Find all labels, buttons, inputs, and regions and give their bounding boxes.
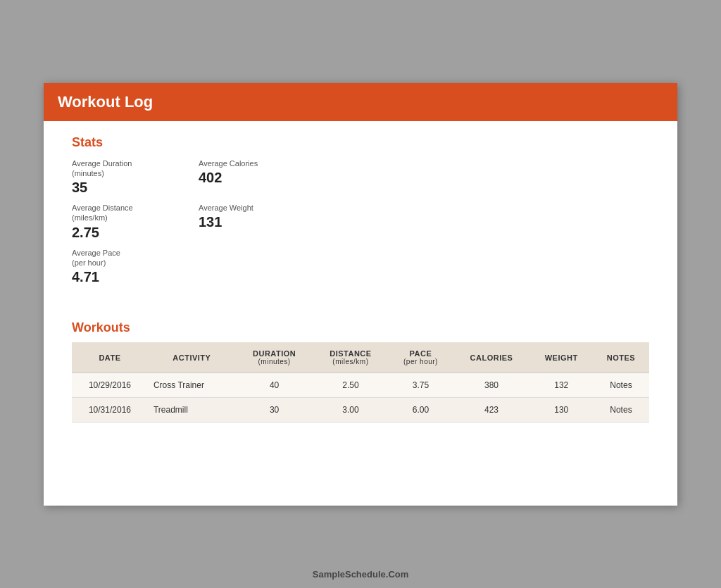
table-row: 10/31/2016Treadmill303.006.00423130Notes [72, 398, 649, 423]
stat-avg-calories-label: Average Calories [199, 158, 283, 168]
col-distance: DISTANCE (miles/km) [313, 342, 388, 373]
stat-avg-calories: Average Calories 402 [199, 158, 283, 196]
stat-avg-distance-label: Average Distance (miles/km) [72, 203, 156, 223]
stats-title: Stats [72, 135, 649, 150]
table-header-row: DATE ACTIVITY DURATION (minutes) DISTANC… [72, 342, 649, 373]
page-title: Workout Log [58, 93, 663, 111]
col-duration: DURATION (minutes) [236, 342, 313, 373]
page-wrapper: Workout Log Stats Average Duration (minu… [44, 83, 677, 506]
col-activity: ACTIVITY [148, 342, 236, 373]
header-bar: Workout Log [44, 83, 677, 121]
col-calories: CALORIES [453, 342, 530, 373]
workouts-table: DATE ACTIVITY DURATION (minutes) DISTANC… [72, 342, 649, 423]
stat-avg-weight-label: Average Weight [199, 203, 283, 213]
page-inner: Stats Average Duration (minutes) 35 Aver… [44, 135, 677, 451]
stat-avg-calories-value: 402 [199, 170, 283, 186]
stats-row-2: Average Distance (miles/km) 2.75 Average… [72, 203, 649, 241]
stat-avg-pace-label: Average Pace (per hour) [72, 248, 156, 268]
stat-avg-weight-value: 131 [199, 214, 283, 230]
stat-avg-duration-label: Average Duration (minutes) [72, 158, 156, 179]
stat-avg-distance: Average Distance (miles/km) 2.75 [72, 203, 156, 241]
col-date: DATE [72, 342, 148, 373]
workouts-section: Workouts DATE ACTIVITY DURATION (minutes… [72, 320, 649, 423]
col-notes: NOTES [593, 342, 649, 373]
col-weight: WEIGHT [530, 342, 593, 373]
stats-row-3: Average Pace (per hour) 4.71 [72, 248, 649, 286]
table-row: 10/29/2016Cross Trainer402.503.75380132N… [72, 373, 649, 398]
stat-avg-pace-value: 4.71 [72, 269, 156, 285]
stat-avg-duration-value: 35 [72, 180, 156, 196]
stat-avg-duration: Average Duration (minutes) 35 [72, 158, 156, 196]
col-pace: PACE (per hour) [388, 342, 453, 373]
stats-row-1: Average Duration (minutes) 35 Average Ca… [72, 158, 649, 196]
stat-avg-pace: Average Pace (per hour) 4.71 [72, 248, 156, 286]
watermark: SampleSchedule.Com [313, 569, 409, 580]
stats-section: Stats Average Duration (minutes) 35 Aver… [72, 135, 649, 307]
stat-avg-distance-value: 2.75 [72, 225, 156, 241]
workouts-title: Workouts [72, 320, 649, 335]
stat-avg-weight: Average Weight 131 [199, 203, 283, 241]
